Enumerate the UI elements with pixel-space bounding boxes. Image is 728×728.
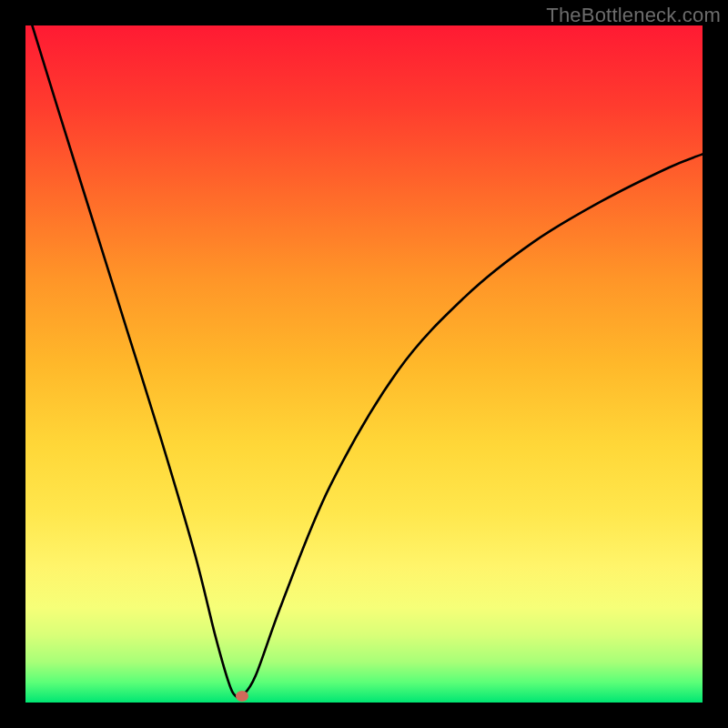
- bottleneck-curve: [32, 25, 703, 698]
- curve-svg: [25, 25, 703, 703]
- watermark-text: TheBottleneck.com: [546, 4, 721, 27]
- plot-area: [25, 25, 703, 703]
- optimal-point-marker: [236, 691, 248, 702]
- chart-frame: TheBottleneck.com: [0, 0, 728, 728]
